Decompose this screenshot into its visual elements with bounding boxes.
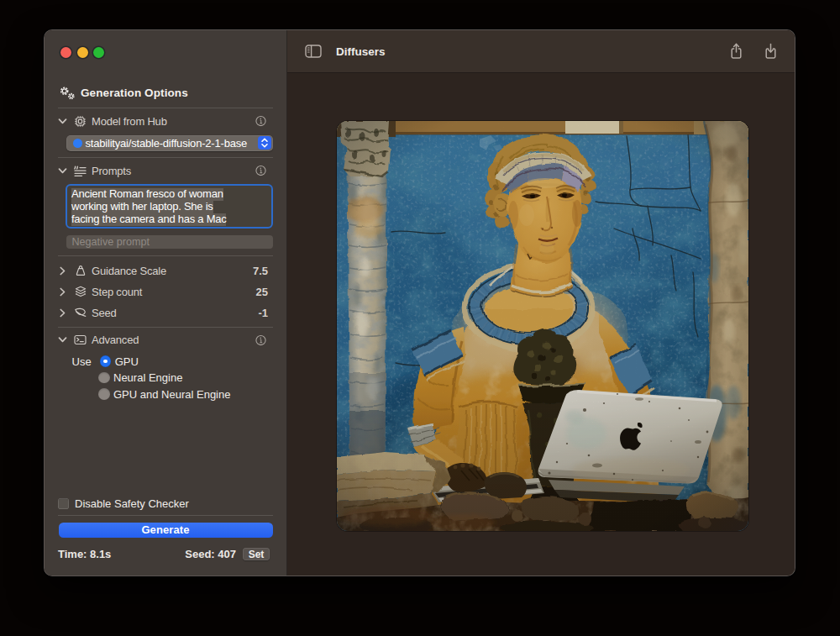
chevron-right-icon[interactable] [58, 266, 67, 276]
prompt-textarea[interactable]: Ancient Roman fresco of woman working wi… [66, 184, 273, 229]
prompts-row[interactable]: Prompts [58, 162, 273, 179]
negative-prompt-input[interactable]: Negative prompt [66, 235, 273, 249]
chevron-down-icon[interactable] [58, 337, 67, 343]
divider [58, 157, 273, 158]
chevron-down-icon[interactable] [58, 118, 67, 124]
scale-weight-icon [73, 265, 87, 276]
text-quote-icon [73, 166, 87, 176]
chevron-down-icon[interactable] [58, 168, 67, 174]
leaf-icon [73, 307, 87, 318]
status-row: Time: 8.1s Seed: 407 Set [58, 547, 270, 561]
guidance-scale-value: 7.5 [253, 265, 268, 277]
info-icon[interactable] [255, 334, 266, 345]
gpu-label: GPU [115, 355, 139, 368]
advanced-label: Advanced [92, 334, 139, 346]
divider [58, 108, 273, 108]
gpu-and-neural-engine-label: GPU and Neural Engine [113, 388, 230, 401]
generation-options-header: Generation Options [58, 86, 188, 100]
divider [58, 327, 273, 328]
divider [58, 255, 273, 256]
use-gpu-option[interactable]: Use GPU [72, 355, 139, 368]
negative-prompt-placeholder: Negative prompt [72, 236, 150, 248]
download-icon[interactable] [764, 43, 777, 60]
titlebar-actions [730, 30, 777, 72]
safety-checkbox-label: Disable Safety Checker [75, 497, 189, 510]
set-seed-button-label: Set [249, 549, 265, 560]
sidebar: Generation Options [45, 30, 287, 576]
model-status-dot [73, 139, 82, 148]
use-label: Use [72, 355, 92, 368]
disable-safety-checker-option[interactable]: Disable Safety Checker [58, 497, 189, 510]
cube-stack-icon [73, 286, 87, 297]
use-gpu-and-neural-engine-option[interactable]: GPU and Neural Engine [98, 388, 230, 401]
canvas-area [287, 73, 795, 576]
sidebar-toggle-icon [305, 45, 322, 58]
chevron-right-icon[interactable] [58, 308, 67, 318]
step-count-row[interactable]: Step count 25 [58, 283, 273, 300]
traffic-lights [60, 47, 104, 58]
set-seed-button[interactable]: Set [243, 548, 270, 560]
neural-engine-label: Neural Engine [113, 371, 182, 384]
generated-image[interactable] [337, 121, 748, 531]
cpu-icon [73, 115, 87, 128]
time-status: Time: 8.1s [58, 548, 111, 560]
generate-button-label: Generate [141, 523, 189, 536]
advanced-row[interactable]: Advanced [58, 332, 273, 349]
radio-gpu-and-neural-engine[interactable] [98, 388, 110, 400]
main-panel: Diffusers [287, 30, 795, 576]
radio-gpu[interactable] [100, 355, 112, 367]
share-icon[interactable] [730, 43, 743, 60]
info-icon[interactable] [255, 116, 266, 127]
prompts-label: Prompts [92, 165, 131, 177]
toggle-sidebar-button[interactable] [305, 45, 322, 58]
close-button[interactable] [60, 47, 71, 58]
step-count-label: Step count [92, 286, 142, 298]
window-title: Diffusers [336, 45, 386, 58]
seed-value: -1 [258, 307, 268, 319]
chevron-right-icon[interactable] [58, 287, 67, 297]
app-window: Generation Options [44, 29, 795, 576]
info-icon[interactable] [255, 166, 266, 176]
prompt-line: Ancient Roman fresco of woman [71, 188, 223, 201]
generate-button[interactable]: Generate [59, 523, 273, 538]
use-neural-engine-option[interactable]: Neural Engine [98, 371, 182, 384]
titlebar: Diffusers [287, 30, 795, 73]
seed-label: Seed [92, 307, 117, 319]
divider [58, 515, 273, 516]
gears-icon [58, 86, 77, 100]
model-from-hub-row[interactable]: Model from Hub [58, 113, 273, 129]
seed-status: Seed: 407 [185, 548, 236, 560]
model-from-hub-label: Model from Hub [92, 115, 167, 128]
generation-options-title: Generation Options [81, 87, 188, 99]
step-count-value: 25 [256, 286, 268, 298]
zoom-button[interactable] [93, 47, 104, 58]
terminal-icon [73, 334, 87, 345]
radio-neural-engine[interactable] [98, 372, 110, 384]
safety-checkbox[interactable] [58, 498, 69, 509]
prompt-line: facing the camera and has a Mac [71, 213, 226, 226]
minimize-button[interactable] [77, 47, 88, 58]
model-select-value: stabilityai/stable-diffusion-2-1-base [86, 137, 248, 150]
select-stepper-icon[interactable] [258, 136, 271, 150]
guidance-scale-row[interactable]: Guidance Scale 7.5 [58, 262, 273, 279]
prompt-line: working with her laptop. She is [71, 201, 213, 213]
seed-row[interactable]: Seed -1 [58, 304, 273, 321]
guidance-scale-label: Guidance Scale [92, 265, 166, 277]
model-select[interactable]: stabilityai/stable-diffusion-2-1-base [66, 135, 273, 152]
desktop: { "window": { "traffic_lights": ["close"… [0, 0, 840, 636]
